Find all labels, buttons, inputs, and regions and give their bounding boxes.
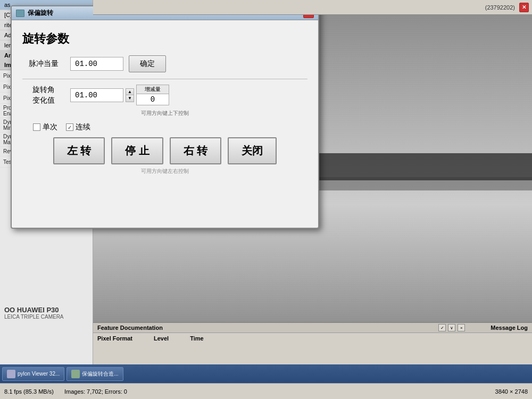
single-label: 单次 [43,122,57,132]
taskbar-bpxz-btn[interactable]: 保偏旋转合造... [66,367,123,381]
pylon-btn-label: pylon Viewer 32... [18,371,60,377]
dialog-bpxz: 保偏旋转 ✕ 旋转参数 脉冲当量 确定 旋转角变化值 ▲ ▼ 增减量 [11,5,319,229]
close-panel-btn[interactable]: × [458,324,465,331]
single-checkbox-item: 单次 [33,122,57,132]
dialog-icon [16,10,24,17]
level-col: Level [154,335,169,343]
bpxz-icon [71,370,80,378]
continuous-label: 连续 [76,122,90,132]
camera-id-text: (23792202) [485,4,515,11]
watermark-brand: OO HUAWEI P30 [4,306,89,314]
angle-spinner-arrows: ▲ ▼ [126,88,134,102]
sidebar-label-ler: ler [4,42,11,48]
angle-spinner-group: ▲ ▼ 增减量 [70,85,169,105]
bpxz-btn-label: 保偏旋转合造... [82,370,118,378]
bottom-hint: 可用方向键左右控制 [22,168,307,175]
close-x-icon: ✕ [522,4,526,10]
feature-doc-label: Feature Documentation [97,325,163,331]
message-log-label: Message Log [491,325,528,331]
angle-hint: 可用方向键上下控制 [22,110,307,117]
images-errors-status: Images: 7,702; Errors: 0 [64,388,127,395]
dialog-separator1 [22,79,307,79]
continuous-checkbox[interactable]: ✓ [66,123,73,131]
down-arrow-icon-btn[interactable]: ∨ [448,324,455,331]
mode-checkbox-row: 单次 ✓ 连续 [33,122,307,132]
angle-row: 旋转角变化值 ▲ ▼ 增减量 [22,85,307,105]
time-col: Time [190,335,203,343]
close-button[interactable]: 关闭 [228,137,277,164]
increment-input[interactable] [137,94,169,105]
time-col-label: Time [190,335,203,342]
pixel-format-col: Pixel Format [97,335,132,343]
spinner-up-arrow[interactable]: ▲ [126,89,134,95]
pylon-icon [7,370,15,378]
watermark-sub: LEICA TRIPLE CAMERA [4,314,89,320]
action-button-row: 左 转 停 止 右 转 关闭 [22,137,307,164]
angle-input[interactable] [70,88,123,102]
bottom-panel-content: Pixel Format Level Time [93,333,532,345]
fps-status: 8.1 fps (85.3 MB/s) [4,388,54,395]
checkmark-icon-btn[interactable]: ✓ [438,324,446,331]
watermark: OO HUAWEI P30 LEICA TRIPLE CAMERA [0,304,93,322]
stop-button[interactable]: 停 止 [111,137,163,164]
confirm-button[interactable]: 确定 [129,55,166,72]
spinner-down-arrow[interactable]: ▼ [126,95,134,102]
continuous-checkbox-item: ✓ 连续 [66,122,90,132]
check-icon: ✓ [68,124,72,130]
dialog-section-title: 旋转参数 [22,31,307,47]
resolution-status: 3840 × 2748 [495,388,528,395]
bottom-panel-icons: ✓ ∨ × [438,324,465,331]
angle-label: 旋转角变化值 [22,85,65,105]
increment-label: 增减量 [137,85,169,94]
taskbar-pylon-btn[interactable]: pylon Viewer 32... [2,367,64,381]
increment-group: 增减量 [136,85,169,105]
single-checkbox[interactable] [33,123,40,131]
level-col-label: Level [154,335,169,342]
bottom-feature-panel: Feature Documentation ✓ ∨ × Message Log … [93,322,532,364]
pulse-input[interactable] [70,57,123,71]
pulse-label: 脉冲当量 [22,59,65,69]
pulse-row: 脉冲当量 确定 [22,55,307,72]
taskbar: pylon Viewer 32... 保偏旋转合造... [0,364,532,383]
sidebar-label-as: as [4,2,11,8]
left-rotate-button[interactable]: 左 转 [53,137,105,164]
dialog-body: 旋转参数 脉冲当量 确定 旋转角变化值 ▲ ▼ 增减量 可用方向 [12,20,318,186]
camera-close-btn[interactable]: ✕ [519,3,529,12]
status-bar: 8.1 fps (85.3 MB/s) Images: 7,702; Error… [0,383,532,399]
camera-top-bar: (23792202) ✕ [93,0,532,15]
right-rotate-button[interactable]: 右 转 [170,137,222,164]
pixel-format-col-label: Pixel Format [97,335,132,342]
bottom-panel-header: Feature Documentation ✓ ∨ × Message Log [93,323,532,333]
